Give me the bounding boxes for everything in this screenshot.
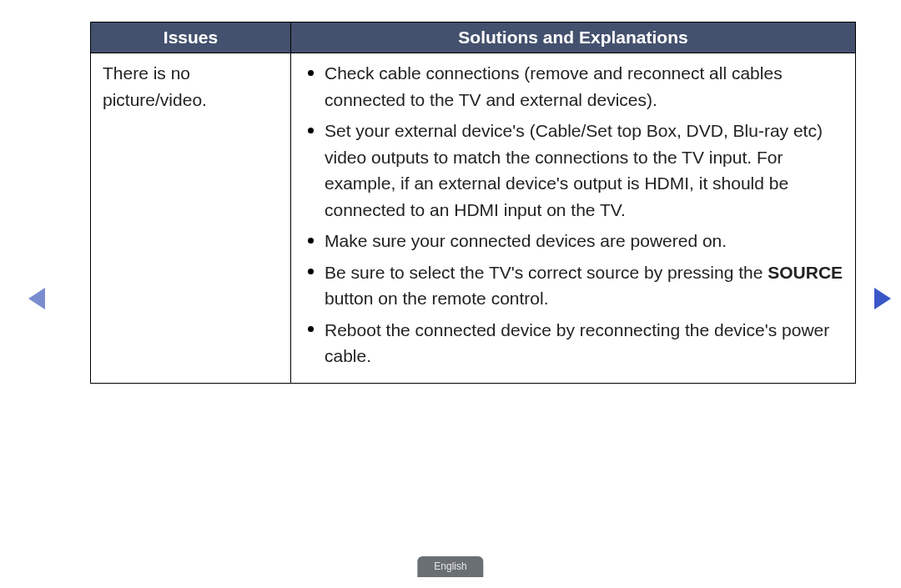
list-item: Be sure to select the TV's correct sourc…: [308, 259, 843, 312]
solutions-cell: Check cable connections (remove and reco…: [291, 53, 856, 384]
list-item: Make sure your connected devices are pow…: [308, 228, 843, 254]
list-item: Set your external device's (Cable/Set to…: [308, 118, 843, 223]
solutions-list: Check cable connections (remove and reco…: [303, 60, 843, 369]
troubleshooting-table: Issues Solutions and Explanations There …: [90, 22, 856, 384]
next-page-arrow-icon[interactable]: [874, 288, 891, 309]
header-solutions: Solutions and Explanations: [291, 23, 856, 53]
header-issues: Issues: [91, 23, 291, 53]
prev-page-arrow-icon[interactable]: [28, 288, 45, 309]
list-item: Check cable connections (remove and reco…: [308, 60, 843, 113]
table-row: There is no picture/video. Check cable c…: [91, 53, 856, 384]
list-item: Reboot the connected device by reconnect…: [308, 317, 843, 369]
language-badge: English: [417, 556, 483, 577]
issue-cell: There is no picture/video.: [91, 53, 291, 384]
